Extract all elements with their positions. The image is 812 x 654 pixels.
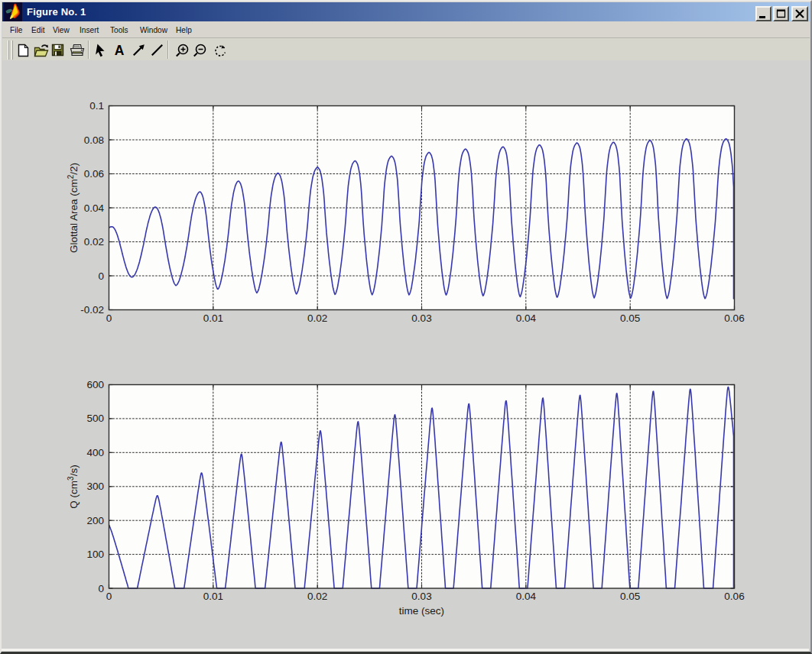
svg-text:Glottal Area (cm2/2): Glottal Area (cm2/2) [67, 163, 80, 253]
svg-text:0.03: 0.03 [411, 312, 431, 324]
svg-text:400: 400 [86, 447, 104, 458]
svg-text:0: 0 [106, 312, 112, 324]
svg-text:0.02: 0.02 [84, 236, 104, 248]
svg-text:0.02: 0.02 [307, 591, 327, 602]
svg-text:0.03: 0.03 [411, 591, 431, 602]
svg-text:600: 600 [86, 379, 104, 390]
svg-text:0.05: 0.05 [620, 312, 640, 324]
svg-text:0.1: 0.1 [89, 100, 104, 112]
svg-text:0.02: 0.02 [307, 312, 327, 324]
svg-text:500: 500 [86, 413, 104, 424]
svg-text:0.04: 0.04 [84, 202, 105, 214]
svg-text:0.06: 0.06 [724, 591, 744, 602]
svg-text:0.06: 0.06 [724, 312, 744, 324]
svg-text:Q (cm3/s): Q (cm3/s) [67, 465, 80, 508]
svg-text:300: 300 [86, 481, 104, 492]
svg-text:0.01: 0.01 [203, 312, 223, 324]
svg-text:0.01: 0.01 [203, 591, 223, 602]
svg-text:0.08: 0.08 [84, 134, 104, 146]
svg-text:time (sec): time (sec) [399, 605, 444, 617]
svg-text:0.04: 0.04 [516, 591, 537, 602]
svg-text:0.06: 0.06 [84, 168, 104, 180]
svg-text:0.05: 0.05 [620, 591, 640, 602]
svg-text:200: 200 [86, 515, 104, 526]
svg-text:0: 0 [98, 583, 104, 594]
svg-text:0: 0 [106, 591, 112, 602]
svg-text:0.04: 0.04 [516, 312, 537, 324]
svg-text:100: 100 [86, 549, 104, 560]
svg-text:-0.02: -0.02 [80, 304, 104, 316]
svg-text:0: 0 [98, 270, 104, 282]
